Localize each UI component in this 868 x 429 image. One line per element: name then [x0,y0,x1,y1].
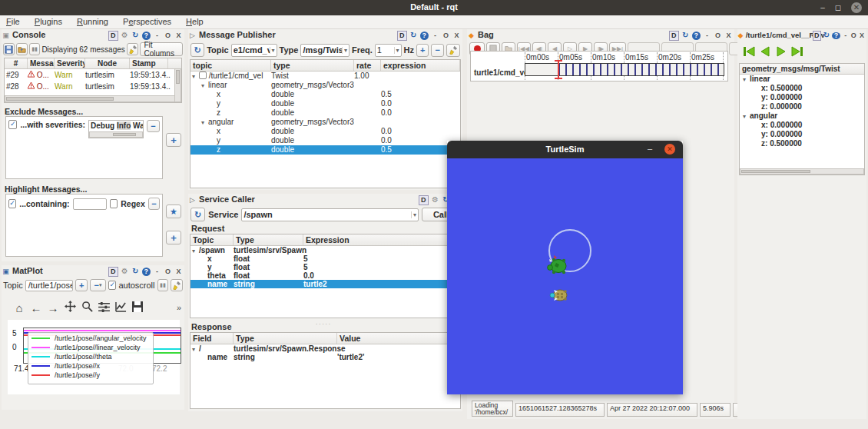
bag-track[interactable] [525,63,724,76]
dock-minimize-button[interactable]: - [153,266,161,278]
clear-plot-button[interactable] [171,279,183,291]
refresh-services-button[interactable]: ↻ [190,208,205,221]
publisher-row[interactable]: x double 0.0 [190,127,460,136]
autoscroll-checkbox[interactable]: ✓ [108,281,117,290]
zoom-icon[interactable] [78,301,95,314]
first-message-icon[interactable] [742,45,756,58]
publish-checkbox[interactable] [199,72,207,79]
dock-restore-button[interactable]: O [850,30,856,42]
console-hscrollbar[interactable] [5,95,175,102]
dock-d-icon[interactable]: D [813,31,821,41]
publisher-row[interactable]: y double 0.0 [190,136,460,145]
plot-topic-input[interactable]: /turtle1/pose/ [25,280,74,291]
remove-publisher-button[interactable]: − [431,44,443,57]
dock-close-button[interactable]: X [174,30,183,42]
reload-icon[interactable]: ↻ [823,29,830,41]
minimize-icon[interactable]: – [817,2,828,13]
col-message[interactable]: Message [28,58,55,68]
console-row[interactable]: #29 O... Warn turtlesim 19:59:13.4.. [5,69,181,81]
request-row-selected[interactable]: name string turtle2 [190,280,460,288]
add-topic-button[interactable]: + [75,279,88,291]
raw-row[interactable]: y: 0.000000 [740,93,864,102]
response-row[interactable]: name string 'turtle2' [190,353,460,361]
help-icon[interactable]: ? [142,268,151,276]
raw-row[interactable]: z: 0.000000 [740,102,864,111]
dock-minimize-button[interactable]: - [703,30,711,42]
dock-d-icon[interactable]: D [108,267,118,277]
dock-restore-button[interactable]: O [714,30,722,42]
menu-file[interactable]: File [0,15,26,26]
dock-restore-button[interactable]: O [164,30,172,42]
publisher-row[interactable]: ▾angular geometry_msgs/Vector3 [190,118,460,127]
dock-d-icon[interactable]: D [669,31,679,41]
pause-icon[interactable]: ▮▮ [29,43,41,55]
save-log-button[interactable] [3,43,15,55]
next-message-icon[interactable] [774,45,788,58]
dock-close-button[interactable]: X [174,266,183,278]
pause-plot-icon[interactable]: ▮▮ [157,279,169,291]
service-combo[interactable]: /spawn▾ [241,208,419,221]
last-message-icon[interactable] [790,45,804,58]
raw-row[interactable]: ▾linear [740,75,864,84]
remove-topic-button[interactable]: −▾ [90,279,106,291]
col-stamp[interactable]: Stamp [130,58,168,68]
remove-exclude-filter-button[interactable]: − [147,120,160,132]
regex-checkbox[interactable] [110,199,118,208]
home-icon[interactable]: ⌂ [11,301,28,314]
gear-icon[interactable]: ⚙ [121,29,129,41]
publisher-row[interactable]: ▾ /turtle1/cmd_vel Twist 1.00 [190,72,460,81]
refresh-topics-button[interactable]: ↻ [190,43,204,57]
col-topic[interactable]: Topic [190,234,234,245]
request-row[interactable]: theta float 0.0 [190,271,460,280]
forward-icon[interactable]: → [45,301,61,314]
bag-timeline[interactable]: turtle1/cmd_vel 0m00s 0m05s 0m10s 0m15s … [470,51,728,81]
publisher-row[interactable]: x double 0.5 [190,90,460,99]
publisher-row[interactable]: y double 0.0 [190,99,460,108]
customize-icon[interactable] [112,301,129,314]
dock-close-button[interactable]: X [859,30,865,42]
fit-columns-button[interactable]: Fit Columns [140,42,183,56]
col-type[interactable]: Type [234,333,337,344]
raw-row[interactable]: z: 0.500000 [740,139,864,148]
request-row[interactable]: x float 5 [190,254,460,263]
console-vscrollbar[interactable] [174,68,181,102]
severity-list[interactable]: Debug Info Warn Er [91,121,144,130]
type-combo[interactable]: /msg/Twist▾ [300,44,350,57]
raw-row[interactable]: x: 0.500000 [740,84,864,93]
menu-plugins[interactable]: Plugins [28,15,68,26]
dock-close-button[interactable]: X [452,30,461,42]
subplots-icon[interactable] [95,301,112,314]
raw-row[interactable]: y: 0.000000 [740,130,864,139]
col-expression[interactable]: Expression [303,234,460,245]
console-row[interactable]: #28 O... Warn turtlesim 19:59:13.4.. [5,81,181,92]
title-bar[interactable]: Default - rqt – ◻ ✕ [0,0,868,15]
col-type[interactable]: Type [234,234,303,245]
gear-icon[interactable]: ⚙ [431,194,439,205]
publisher-row[interactable]: z double 0.0 [190,108,460,118]
freq-combo[interactable]: 1▾ [375,44,402,57]
help-icon[interactable]: ? [420,32,429,40]
load-log-button[interactable] [16,43,28,55]
maximize-icon[interactable]: ◻ [833,2,843,13]
playhead-cursor[interactable] [558,60,559,79]
clear-publishers-button[interactable] [446,44,460,57]
highlight-mode-button[interactable]: ★ [166,205,181,218]
help-icon[interactable]: ? [142,32,151,40]
containing-input[interactable] [73,198,107,210]
publisher-row[interactable]: ▾linear geometry_msgs/Vector3 [190,81,460,90]
dock-minimize-button[interactable]: - [843,30,849,42]
response-row[interactable]: ▾/ turtlesim/srv/Spawn.Response [190,344,460,353]
plot-figure[interactable]: 5 0 71.4 71.6 71.8 72.0 72.2 /turtle1/po… [8,320,180,394]
turtlesim-window[interactable]: TurtleSim – ✕ [447,141,683,394]
col-severity[interactable]: Severity [55,58,85,68]
raw-row[interactable]: x: 0.000000 [740,121,864,130]
menu-help[interactable]: Help [180,15,210,26]
add-exclude-filter-button[interactable]: + [166,133,181,147]
dock-d-icon[interactable]: D [397,31,407,41]
col-value[interactable]: Value [337,333,460,344]
close-icon[interactable]: ✕ [851,2,862,13]
previous-message-icon[interactable] [758,45,772,58]
dock-close-button[interactable]: X [724,30,733,42]
request-row[interactable]: y float 5 [190,263,460,271]
dock-minimize-button[interactable]: - [431,30,439,42]
